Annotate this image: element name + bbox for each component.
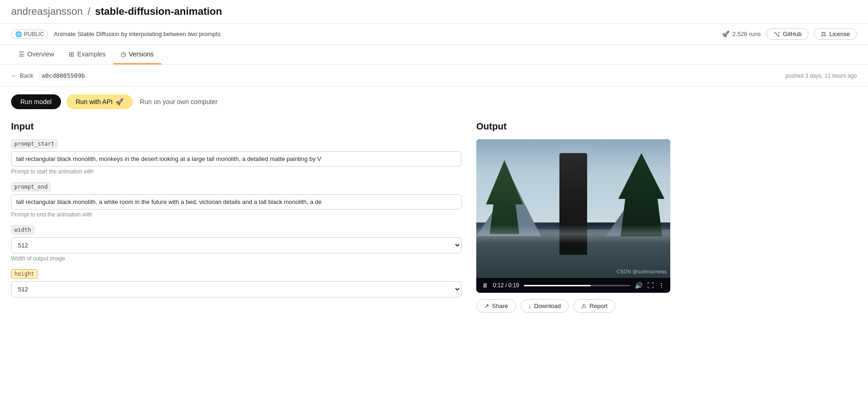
pause-icon[interactable]: ⏸: [482, 282, 488, 289]
repo-name: stable-diffusion-animation: [95, 6, 222, 17]
prompt-start-hint: Prompt to start the animation with: [11, 168, 461, 175]
scale-icon: ⚖: [821, 31, 826, 37]
run-buttons: Run model Run with API 🚀 Run on your own…: [0, 87, 868, 117]
github-label: GitHub: [783, 31, 801, 37]
tab-versions[interactable]: ◷ Versions: [113, 45, 161, 64]
width-label: width: [11, 225, 34, 234]
repo-separator: /: [87, 6, 90, 17]
height-select[interactable]: 256 512 768 1024: [11, 281, 461, 297]
field-group-prompt-end: prompt_end Prompt to end the animation w…: [11, 182, 461, 218]
fog: [476, 225, 670, 243]
field-group-prompt-start: prompt_start Prompt to start the animati…: [11, 139, 461, 175]
video-player[interactable]: CSDN @submarineas ⏸ 0:12 / 0:19 🔊 ⛶ ⋮: [476, 139, 670, 293]
visibility-label: PUBLIC: [24, 31, 44, 37]
download-icon: ↓: [528, 302, 532, 309]
progress-bar[interactable]: [524, 285, 630, 286]
overview-icon: ☰: [18, 50, 24, 58]
tab-overview[interactable]: ☰ Overview: [11, 45, 61, 64]
visibility-badge: PUBLIC: [11, 30, 48, 39]
prompt-start-input[interactable]: [11, 151, 461, 167]
prompt-start-label: prompt_start: [11, 139, 58, 148]
prompt-end-input[interactable]: [11, 194, 461, 210]
back-button[interactable]: ← Back: [11, 72, 33, 79]
fullscreen-icon[interactable]: ⛶: [647, 282, 654, 289]
top-bar: andreasjansson / stable-diffusion-animat…: [0, 0, 868, 24]
field-group-width: width 256 512 768 1024 Width of output i…: [11, 225, 461, 262]
run-api-label: Run with API: [76, 98, 113, 105]
back-label: Back: [20, 72, 33, 79]
repo-title: andreasjansson / stable-diffusion-animat…: [11, 6, 222, 17]
runs-label: 2,526 runs: [732, 31, 760, 37]
github-button[interactable]: ⌥ GitHub: [766, 28, 808, 40]
tabs: ☰ Overview ⊞ Examples ◷ Versions: [0, 45, 868, 65]
main-content: Input prompt_start Prompt to start the a…: [0, 117, 868, 313]
video-time: 0:12 / 0:19: [493, 282, 519, 289]
report-icon: ⚠: [581, 302, 587, 309]
input-section: Input prompt_start Prompt to start the a…: [11, 117, 476, 313]
download-button[interactable]: ↓ Download: [521, 299, 569, 313]
meta-right: 🚀 2,526 runs ⌥ GitHub ⚖ License: [722, 28, 857, 40]
download-label: Download: [534, 302, 561, 309]
more-options-icon[interactable]: ⋮: [658, 282, 665, 289]
prompt-end-hint: Prompt to end the animation with: [11, 211, 461, 218]
video-frame: CSDN @submarineas: [476, 139, 670, 278]
output-title: Output: [476, 121, 857, 132]
versions-icon: ◷: [121, 50, 126, 58]
pushed-info: pushed 3 days, 11 hours ago: [785, 73, 857, 79]
examples-icon: ⊞: [69, 50, 74, 58]
github-icon: ⌥: [773, 31, 780, 37]
repo-owner: andreasjansson: [11, 6, 83, 17]
output-actions: ↗ Share ↓ Download ⚠ Report: [476, 299, 857, 313]
runs-count: 🚀 2,526 runs: [722, 31, 760, 37]
rocket-icon: 🚀: [722, 31, 729, 37]
run-model-button[interactable]: Run model: [11, 94, 61, 109]
license-button[interactable]: ⚖ License: [814, 28, 857, 40]
share-button[interactable]: ↗ Share: [476, 299, 516, 313]
license-label: License: [829, 31, 850, 37]
width-select[interactable]: 256 512 768 1024: [11, 237, 461, 253]
monolith-scene: [476, 139, 670, 278]
video-controls: ⏸ 0:12 / 0:19 🔊 ⛶ ⋮: [476, 278, 670, 293]
width-hint: Width of output image: [11, 255, 461, 262]
back-arrow-icon: ←: [11, 72, 17, 79]
report-label: Report: [589, 302, 607, 309]
volume-icon[interactable]: 🔊: [635, 282, 643, 289]
watermark: CSDN @submarineas: [617, 269, 667, 274]
share-icon: ↗: [484, 302, 489, 309]
input-title: Input: [11, 121, 461, 132]
run-with-api-button[interactable]: Run with API 🚀: [67, 94, 133, 109]
run-on-computer-button[interactable]: Run on your own computer: [138, 94, 219, 109]
report-button[interactable]: ⚠ Report: [573, 299, 615, 313]
tab-overview-label: Overview: [27, 50, 54, 58]
tab-examples-label: Examples: [77, 50, 105, 58]
rocket-api-icon: 🚀: [115, 98, 123, 105]
height-label: height: [11, 269, 37, 278]
output-section: Output CSDN @submarineas ⏸: [476, 117, 857, 313]
version-hash: a0cd8005509b: [39, 71, 88, 80]
tab-versions-label: Versions: [129, 50, 154, 58]
globe-icon: [15, 31, 22, 37]
repo-description: Animate Stable Diffusion by interpolatin…: [54, 31, 220, 37]
share-label: Share: [492, 302, 508, 309]
version-bar: ← Back a0cd8005509b pushed 3 days, 11 ho…: [0, 65, 868, 87]
meta-left: PUBLIC Animate Stable Diffusion by inter…: [11, 30, 220, 39]
progress-fill: [524, 285, 591, 286]
tab-examples[interactable]: ⊞ Examples: [61, 45, 113, 64]
meta-bar: PUBLIC Animate Stable Diffusion by inter…: [0, 24, 868, 45]
field-group-height: height 256 512 768 1024: [11, 269, 461, 297]
prompt-end-label: prompt_end: [11, 182, 51, 191]
